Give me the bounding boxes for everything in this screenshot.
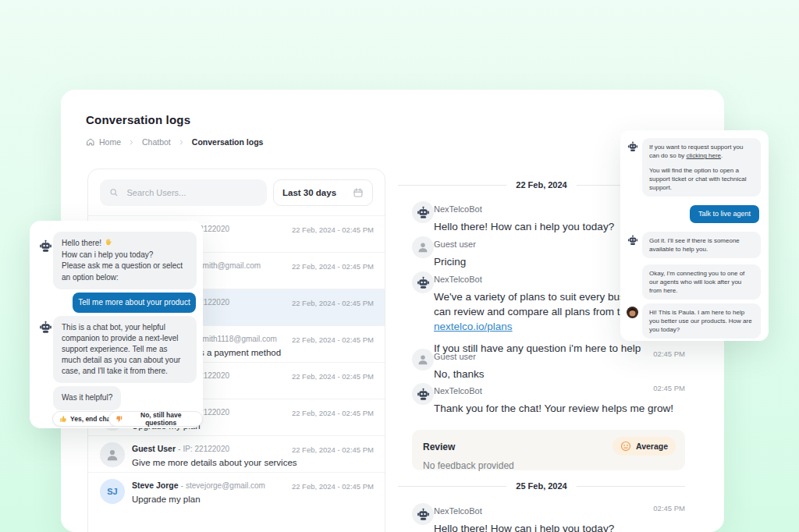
robot-icon <box>627 141 638 152</box>
breadcrumb-current: Conversation logs <box>192 137 264 147</box>
chat-message: NexTelcoBot02:45 PM Thank you for the ch… <box>412 383 685 416</box>
message-text: Hello there! How can i help you today? <box>434 521 685 532</box>
search-input[interactable] <box>125 187 257 198</box>
user-name: Guest User <box>132 444 176 453</box>
product-info-button[interactable]: Tell me more about your product <box>73 293 196 313</box>
support-text-end: . <box>721 152 723 159</box>
bot-bubble: Okay, I'm connecting you to one of our a… <box>642 264 761 300</box>
helpful-prompt-bubble: Was it helpful? <box>53 386 121 410</box>
user-name: Steve Jorge <box>132 481 179 490</box>
message-sender: NexTelcoBot <box>434 275 482 284</box>
review-feedback: No feedback provided <box>423 460 674 471</box>
conversation-timestamp: 22 Feb, 2024 - 02:45 PM <box>292 409 374 417</box>
bot-avatar <box>412 201 434 223</box>
rating-label: Average <box>636 442 668 451</box>
agent-bubble: Hi! This is Paula. I am here to help you… <box>642 303 761 339</box>
person-icon <box>105 448 119 462</box>
message-time: 02:45 PM <box>653 384 685 392</box>
page-title: Conversation logs <box>86 113 190 126</box>
message-text: Thank you for the chat! Your review help… <box>434 401 685 416</box>
date-divider-label: 22 Feb, 2024 <box>516 180 566 190</box>
bot-avatar <box>412 271 434 293</box>
person-icon <box>417 353 429 366</box>
bot-bubble: Hello there! How can i help you today? P… <box>53 232 197 289</box>
bot-bubble: If you want to request support you can d… <box>642 138 761 197</box>
message-sender: Guest user <box>434 352 476 361</box>
name-separator: - <box>181 481 184 490</box>
person-icon <box>417 241 429 254</box>
chatbot-preview-widget: Hello there! How can i help you today? P… <box>30 221 203 428</box>
bot-greeting: Hello there! <box>62 239 101 247</box>
conversation-timestamp: 22 Feb, 2024 - 02:45 PM <box>292 482 374 491</box>
message-time: 02:45 PM <box>653 349 685 358</box>
bot-avatar <box>412 503 434 525</box>
conversation-timestamp: 22 Feb, 2024 - 02:45 PM <box>292 262 374 271</box>
conversation-timestamp: 22 Feb, 2024 - 02:45 PM <box>292 299 374 307</box>
review-label: Review <box>423 442 455 452</box>
message-sender: NexTelcoBot <box>434 386 482 395</box>
message-time: 02:45 PM <box>653 504 685 512</box>
robot-icon <box>39 321 52 334</box>
name-separator: - <box>178 444 181 453</box>
neutral-face-icon <box>620 441 631 452</box>
clicking-here-link[interactable]: clicking here <box>687 152 721 159</box>
breadcrumb: Home Chatbot Conversation logs <box>86 137 263 147</box>
last-message: Give me more details about your services <box>132 458 374 467</box>
date-range-value: Last 30 days <box>282 188 336 197</box>
conversation-list-item[interactable]: SJ Steve Jorge-stevejorge@gmail.com Upgr… <box>88 472 385 509</box>
wave-emoji <box>104 238 112 246</box>
robot-icon <box>417 388 430 401</box>
calendar-icon <box>353 187 364 198</box>
guest-avatar <box>100 442 125 467</box>
search-icon <box>109 187 119 198</box>
user-detail: IP: 22122020 <box>183 445 230 453</box>
initials-avatar: SJ <box>100 479 125 504</box>
robot-icon <box>627 235 638 246</box>
home-icon <box>86 137 95 147</box>
conversation-timestamp: 22 Feb, 2024 - 02:45 PM <box>292 335 374 344</box>
robot-icon <box>417 508 430 521</box>
thumb-down-icon <box>115 415 123 423</box>
bot-bubble: Got it. I'll see if there is someone ava… <box>642 232 761 258</box>
no-label: No, still have questions <box>126 411 196 427</box>
breadcrumb-home-label: Home <box>99 137 121 147</box>
robot-icon <box>417 276 430 289</box>
date-range-select[interactable]: Last 30 days <box>273 179 373 206</box>
plans-link[interactable]: nextelco.io/plans <box>434 321 513 332</box>
last-message: Upgrade my plan <box>132 495 374 504</box>
guest-avatar <box>412 236 434 258</box>
message-sender: NexTelcoBot <box>434 204 482 214</box>
conversation-timestamp: 22 Feb, 2024 - 02:45 PM <box>292 372 374 381</box>
date-divider: 25 Feb, 2024 <box>398 481 685 491</box>
message-sender: Guest user <box>434 239 476 249</box>
breadcrumb-home[interactable]: Home <box>86 137 121 147</box>
chevron-right-icon <box>178 139 185 146</box>
conversation-timestamp: 22 Feb, 2024 - 02:45 PM <box>292 225 374 234</box>
no-more-questions-button[interactable]: No, still have questions <box>108 411 203 427</box>
robot-icon <box>417 206 430 219</box>
search-field[interactable] <box>100 179 267 206</box>
chat-message: NexTelcoBot02:45 PM Hello there! How can… <box>412 503 685 532</box>
canvas: Conversation logs Home Chatbot Conversat… <box>0 0 799 532</box>
yes-label: Yes, end chat <box>70 415 112 423</box>
bot-avatar <box>412 383 434 405</box>
user-detail: stevejorge@gmail.com <box>186 481 265 490</box>
conversation-timestamp: 22 Feb, 2024 - 02:45 PM <box>292 445 374 454</box>
guest-avatar <box>412 349 434 371</box>
talk-to-live-agent-button[interactable]: Talk to live agent <box>690 205 759 223</box>
message-sender: NexTelcoBot <box>434 506 482 516</box>
agent-paula-avatar <box>627 307 638 318</box>
bot-bubble: This is a chat bot, your helpful compani… <box>53 316 197 383</box>
review-box: Review Average No feedback provided <box>412 430 685 470</box>
chat-message: Guest user02:45 PM No, thanks <box>412 349 685 381</box>
breadcrumb-chatbot[interactable]: Chatbot <box>142 137 171 147</box>
thumb-up-icon <box>59 415 67 423</box>
message-text: No, thanks <box>434 367 685 381</box>
support-text-2: You will find the option to open a suppo… <box>649 166 754 192</box>
robot-icon <box>39 239 52 253</box>
rating-badge: Average <box>613 437 676 456</box>
list-toolbar: Last 30 days <box>88 169 385 215</box>
conversation-list-item[interactable]: Guest User-IP: 22122020 Give me more det… <box>88 435 385 472</box>
chevron-right-icon <box>128 139 135 146</box>
bot-greeting-rest: How can i help you today? Please ask me … <box>62 250 188 284</box>
